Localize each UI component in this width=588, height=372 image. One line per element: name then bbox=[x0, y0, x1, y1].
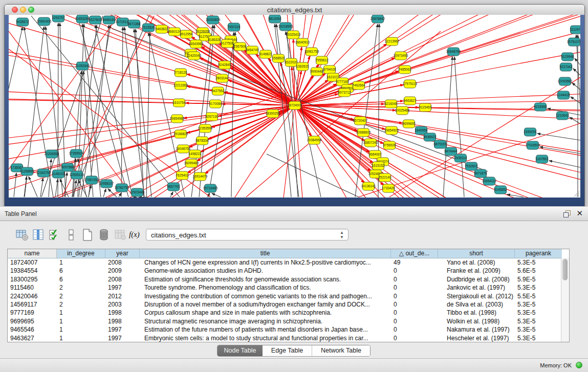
table-row[interactable]: 911546021997Tourette syndrome. Phenomeno… bbox=[8, 283, 569, 292]
graph-node[interactable]: 9857791 bbox=[167, 183, 180, 191]
graph-node[interactable]: 9427552 bbox=[212, 87, 225, 95]
close-panel-icon[interactable]: ✕ bbox=[576, 209, 583, 218]
graph-node[interactable]: 2522140 bbox=[379, 173, 391, 182]
graph-node[interactable]: 17359924 bbox=[69, 149, 84, 158]
graph-node[interactable]: 1610754 bbox=[173, 99, 186, 107]
graph-node[interactable]: 12093582 bbox=[558, 77, 573, 85]
graph-node[interactable]: 1362615 bbox=[296, 62, 309, 71]
table-row[interactable]: 977716911998Corpus callosum shape and si… bbox=[8, 309, 569, 317]
graph-node[interactable]: 22420046 bbox=[187, 52, 202, 60]
table-scrollbar[interactable] bbox=[561, 258, 569, 342]
graph-node[interactable]: 9170084 bbox=[209, 100, 222, 108]
delete-column-icon[interactable] bbox=[97, 228, 111, 242]
graph-node[interactable]: 17975115 bbox=[403, 80, 417, 88]
graph-node[interactable]: 19654923 bbox=[384, 126, 399, 135]
graph-node[interactable]: 9463627 bbox=[404, 97, 417, 105]
graph-node[interactable]: 12923448 bbox=[130, 188, 145, 196]
table-row[interactable]: 1830029562008Estimation of significance … bbox=[8, 275, 569, 283]
graph-node[interactable]: 1733426 bbox=[382, 184, 395, 192]
graph-node[interactable]: 10973493 bbox=[394, 52, 408, 60]
graph-node[interactable]: 16782759 bbox=[115, 184, 129, 192]
graph-node[interactable]: 1167553 bbox=[536, 155, 549, 163]
graph-node[interactable]: 20876842 bbox=[371, 15, 385, 23]
column-header-year[interactable]: year bbox=[105, 249, 140, 258]
graph-node[interactable]: 19166825 bbox=[173, 130, 188, 138]
graph-node[interactable]: 9227343 bbox=[560, 63, 573, 71]
graph-node[interactable]: 8471876 bbox=[474, 169, 487, 178]
graph-node[interactable]: 9146821 bbox=[259, 50, 272, 58]
graph-node[interactable]: 16543982 bbox=[189, 40, 204, 48]
graph-node[interactable]: 1527602 bbox=[89, 16, 102, 24]
graph-node[interactable]: 9215955 bbox=[534, 103, 547, 111]
graph-node[interactable]: 16053809 bbox=[206, 16, 221, 24]
graph-node[interactable]: 16961758 bbox=[304, 48, 319, 56]
network-table-dropdown[interactable]: citations_edges.txt ▲▼ bbox=[146, 229, 349, 240]
graph-node[interactable]: 20206556 bbox=[45, 150, 59, 158]
show-column-icon[interactable] bbox=[32, 228, 45, 242]
graph-node[interactable]: 9097588 bbox=[61, 163, 74, 171]
graph-node[interactable]: 8186328 bbox=[208, 36, 221, 44]
graph-node[interactable]: 16648784 bbox=[446, 48, 461, 56]
graph-node[interactable]: 1244415 bbox=[557, 91, 570, 99]
graph-node[interactable]: 7515526 bbox=[142, 24, 155, 32]
column-header-in_degree[interactable]: in_degree bbox=[57, 249, 105, 258]
graph-node[interactable]: 10688609 bbox=[356, 128, 371, 137]
graph-node[interactable]: 15751074 bbox=[567, 38, 580, 46]
graph-node[interactable]: 1568520 bbox=[272, 54, 285, 62]
table-mode-icon[interactable] bbox=[15, 228, 29, 242]
graph-node[interactable]: 2367608 bbox=[234, 42, 247, 51]
graph-node[interactable]: 16807243 bbox=[363, 139, 378, 147]
graph-node[interactable]: 6794028 bbox=[323, 65, 336, 74]
graph-node[interactable]: 17016504 bbox=[526, 141, 540, 149]
graph-node[interactable]: 8878334 bbox=[196, 137, 209, 145]
table-row[interactable]: 946554611997Estimation of the future num… bbox=[8, 325, 569, 334]
graph-node[interactable]: 12353594 bbox=[198, 124, 213, 133]
column-header-title[interactable]: title bbox=[140, 249, 391, 258]
graph-node[interactable]: 12213967 bbox=[385, 37, 400, 46]
graph-node[interactable]: 7955812 bbox=[316, 56, 329, 64]
graph-node[interactable]: 15716485 bbox=[203, 184, 218, 192]
tab-network-table[interactable]: Network Table bbox=[312, 345, 370, 356]
graph-node[interactable]: 6879197 bbox=[434, 140, 447, 148]
function-builder-icon[interactable]: f(x) bbox=[129, 230, 142, 244]
graph-node[interactable]: 10025488 bbox=[395, 106, 410, 115]
table-row[interactable]: 1872400712008Changes of HCN gene express… bbox=[8, 258, 569, 267]
graph-node[interactable]: 9699695 bbox=[403, 120, 416, 128]
graph-node[interactable]: 1112476 bbox=[570, 26, 580, 34]
table-row[interactable]: 946362711997Embryonic stem cells: a mode… bbox=[8, 334, 569, 342]
table-row[interactable]: 2242004622012Investigating the contribut… bbox=[8, 292, 569, 300]
column-header-name[interactable]: name bbox=[8, 249, 57, 258]
graph-node[interactable]: 9463822 bbox=[156, 25, 168, 33]
graph-node[interactable]: 8454749 bbox=[246, 46, 259, 54]
graph-node[interactable]: 4973712 bbox=[338, 89, 351, 97]
graph-node[interactable]: 9129946 bbox=[561, 53, 574, 61]
graph-node[interactable]: 9127508 bbox=[221, 39, 234, 48]
graph-node[interactable]: 1210643 bbox=[556, 112, 569, 120]
graph-node[interactable]: 15720407 bbox=[353, 117, 368, 125]
graph-node[interactable]: 8813054 bbox=[269, 15, 281, 23]
graph-node[interactable]: 8671368 bbox=[128, 20, 141, 28]
graph-node[interactable]: 8466160 bbox=[103, 16, 116, 24]
graph-node[interactable]: 1093757 bbox=[52, 15, 65, 22]
graph-node[interactable]: 6216048 bbox=[385, 100, 398, 108]
graph-node[interactable]: 9115460 bbox=[419, 103, 432, 112]
graph-node[interactable]: 7932621 bbox=[465, 162, 478, 170]
graph-node[interactable]: 2803144 bbox=[216, 74, 229, 82]
graph-node[interactable]: 18724007 bbox=[288, 101, 302, 110]
graph-node[interactable]: 8912954 bbox=[180, 30, 193, 38]
graph-node[interactable]: 1498222 bbox=[189, 150, 202, 158]
graph-node[interactable]: 16099489 bbox=[184, 159, 199, 167]
graph-node[interactable]: 10653287 bbox=[75, 15, 90, 23]
graph-node[interactable]: 17957253 bbox=[84, 176, 99, 184]
select-mode-icon[interactable] bbox=[48, 228, 61, 242]
graph-node[interactable]: 9435572 bbox=[16, 18, 29, 26]
table-row[interactable]: 1938455462009Genome-wide association stu… bbox=[8, 267, 569, 275]
window-titlebar[interactable]: citations_edges.txt bbox=[5, 5, 584, 15]
new-column-icon[interactable] bbox=[81, 228, 94, 242]
graph-node[interactable]: 2935114 bbox=[454, 154, 467, 162]
graph-node[interactable]: 12505135 bbox=[70, 171, 84, 179]
table-row[interactable]: 969969511998Structural magnetic resonanc… bbox=[8, 317, 569, 325]
graph-node[interactable]: 12342757 bbox=[36, 169, 51, 177]
graph-node[interactable]: 21053346 bbox=[75, 62, 90, 70]
graph-node[interactable]: 18300295 bbox=[266, 110, 280, 118]
